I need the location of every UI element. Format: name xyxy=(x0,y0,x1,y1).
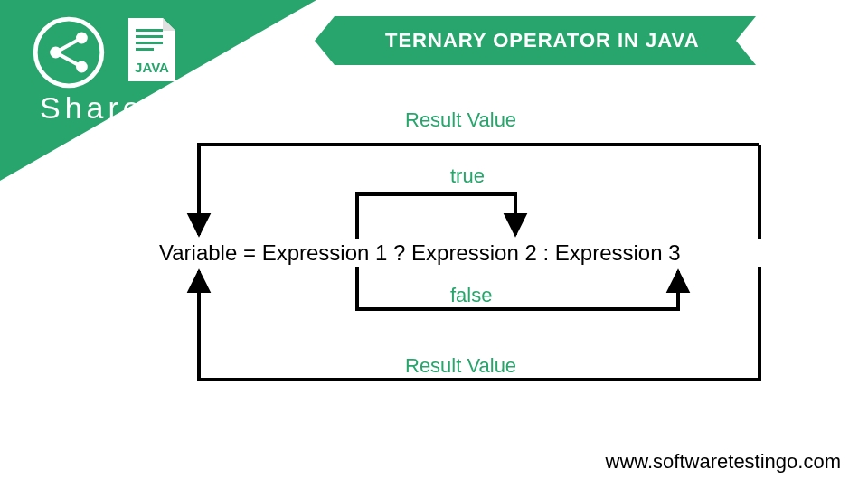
java-file-icon: JAVA xyxy=(125,16,179,83)
svg-rect-8 xyxy=(136,42,163,44)
footer-url: www.softwaretestingo.com xyxy=(606,450,841,474)
page-title: TERNARY OPERATOR IN JAVA xyxy=(335,16,736,65)
svg-line-5 xyxy=(56,52,82,67)
title-banner: TERNARY OPERATOR IN JAVA xyxy=(335,16,736,65)
svg-point-0 xyxy=(35,19,102,86)
share-icon xyxy=(33,16,105,89)
svg-rect-7 xyxy=(136,35,163,38)
svg-rect-6 xyxy=(136,29,163,32)
svg-line-4 xyxy=(56,38,82,52)
java-badge-text: JAVA xyxy=(135,60,169,75)
flow-arrows xyxy=(145,90,814,416)
svg-rect-9 xyxy=(136,48,154,51)
share-label: Share xyxy=(40,90,145,126)
